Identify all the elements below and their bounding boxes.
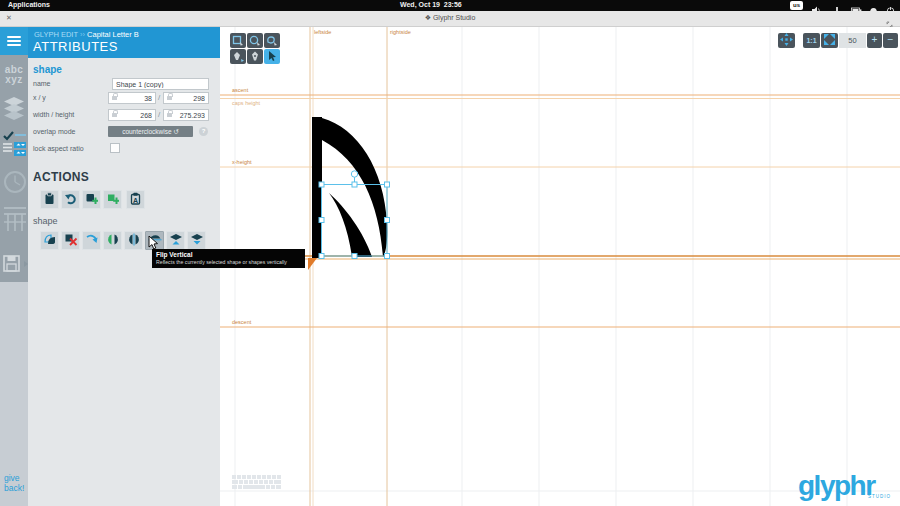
pan-tool-button[interactable] [778, 33, 795, 48]
wh-field-label: width / height [33, 111, 74, 118]
history-clock-icon[interactable] [3, 169, 27, 199]
xy-slash: / [158, 93, 160, 102]
shape-select-tool-button[interactable] [264, 49, 280, 64]
system-clock[interactable]: Wed, Oct 19 23:56 [400, 1, 462, 8]
shape-actions-section-heading: shape [33, 216, 58, 226]
keyboard-layout-indicator[interactable]: us [790, 1, 803, 10]
undo-button[interactable] [61, 190, 80, 209]
get-shapes-icon: A [129, 191, 142, 209]
add-shape-icon [85, 191, 98, 209]
copy-shape-button[interactable] [40, 231, 59, 250]
flip-horizontal-icon [106, 232, 120, 250]
glyph-edit-attributes-icon[interactable] [3, 131, 27, 165]
window-titlebar: ✕ ❖ Glyphr Studio [0, 11, 900, 27]
move-shape-down-icon [190, 232, 204, 250]
panel-header: GLYPH EDIT ›› Capital Letter B ATTRIBUTE… [28, 27, 220, 58]
battery-icon[interactable] [851, 1, 861, 10]
add-shape-button[interactable] [82, 190, 101, 209]
keyboard-hint-icon [232, 475, 281, 489]
layers-icon[interactable] [3, 97, 25, 125]
arrow-cursor-icon [266, 48, 278, 66]
lock-icon[interactable] [167, 113, 172, 117]
zoom-1to1-label: 1:1 [806, 37, 816, 44]
new-oval-tool-button[interactable] [247, 33, 263, 48]
tooltip-title: Flip Vertical [156, 251, 301, 258]
zoom-fit-button[interactable] [821, 33, 838, 48]
zoom-out-button[interactable]: − [883, 33, 898, 48]
zoom-1to1-button[interactable]: 1:1 [803, 33, 820, 48]
svg-text:A: A [133, 196, 138, 203]
guide-label-x-height: x-height [232, 159, 252, 165]
move-shape-up-button[interactable] [166, 231, 185, 250]
glyphr-studio-logo-sub: STUDIO [868, 494, 891, 499]
save-icon[interactable] [3, 255, 29, 277]
pen-tool-button[interactable] [247, 49, 263, 64]
shape-x-input[interactable] [119, 95, 152, 102]
shape-width-field [108, 109, 156, 121]
shape-section-heading: shape [33, 64, 62, 75]
help-icon[interactable]: ? [199, 127, 208, 136]
delete-shape-button[interactable] [61, 231, 80, 250]
nav-rail: abcxyz [0, 27, 28, 506]
guide-label-descent: descent [232, 319, 252, 325]
breadcrumb[interactable]: GLYPH EDIT ›› Capital Letter B [34, 30, 139, 39]
lock-icon[interactable] [112, 96, 117, 100]
edit-canvas[interactable]: ascent caps height x-height descent left… [220, 27, 900, 506]
new-rectangle-tool-button[interactable] [230, 33, 246, 48]
current-glyph-name: Capital Letter B [87, 30, 139, 39]
lock-icon[interactable] [112, 113, 117, 117]
pen-icon [249, 48, 261, 66]
shape-y-input[interactable] [174, 95, 205, 102]
network-icon[interactable] [833, 1, 843, 10]
shape-width-input[interactable] [119, 112, 152, 119]
rotate-shape-button[interactable] [82, 231, 101, 250]
flip-horizontal-button[interactable] [103, 231, 122, 250]
add-component-icon [106, 191, 119, 209]
volume-icon[interactable] [812, 1, 822, 10]
applications-menu[interactable]: Applications [8, 1, 50, 8]
paste-shape-button[interactable] [40, 190, 59, 209]
xy-field-label: x / y [33, 94, 46, 101]
kerning-table-icon[interactable] [3, 205, 27, 237]
flip-horizontal-alt-button[interactable] [124, 231, 143, 250]
overlap-mode-button[interactable]: counterclockwise ↺ [108, 126, 193, 137]
delete-shape-icon [64, 232, 78, 250]
rotate-handle[interactable] [351, 171, 357, 177]
get-shapes-button[interactable]: A [126, 190, 145, 209]
zoom-level-value[interactable]: 50 [839, 33, 866, 48]
add-component-button[interactable] [103, 190, 122, 209]
notifications-bell-icon[interactable] [869, 1, 879, 10]
flip-horizontal-alt-icon [127, 232, 141, 250]
guide-label-leftside: leftside [314, 29, 331, 35]
name-field-label: name [33, 80, 51, 87]
actions-section-heading: ACTIONS [33, 170, 89, 184]
canvas-drawing: ascent caps height x-height descent left… [220, 27, 900, 506]
zoom-in-button[interactable]: + [867, 33, 882, 48]
nav-glyph-chooser-button[interactable]: abcxyz [0, 65, 28, 85]
app-diamond-icon: ❖ [425, 14, 431, 21]
shape-x-field [108, 92, 156, 104]
give-back-link[interactable]: give back! [4, 473, 24, 493]
guide-label-rightside: rightside [390, 29, 411, 35]
overlap-mode-label: overlap mode [33, 128, 75, 135]
path-edit-tool-button[interactable] [230, 49, 246, 64]
lock-aspect-ratio-checkbox[interactable] [110, 143, 120, 153]
shape-name-input[interactable] [116, 81, 205, 88]
path-edit-icon [232, 48, 244, 66]
tooltip-body: Reflects the currently selected shape or… [156, 259, 301, 265]
shape-height-input[interactable] [174, 112, 205, 119]
new-path-tool-button[interactable] [264, 33, 280, 48]
move-shape-down-button[interactable] [187, 231, 206, 250]
lock-aspect-ratio-label: lock aspect ratio [33, 145, 84, 152]
mouse-cursor-icon [148, 236, 160, 255]
flip-vertical-tooltip: Flip Vertical Reflects the currently sel… [152, 249, 305, 268]
hamburger-icon [7, 36, 21, 38]
rotate-shape-icon [85, 232, 99, 250]
panel-title: ATTRIBUTES [33, 39, 118, 54]
pan-arrows-icon [780, 32, 793, 50]
glyphr-studio-logo: glyphr [798, 470, 875, 502]
lock-icon[interactable] [167, 96, 172, 100]
power-icon[interactable] [886, 1, 896, 10]
move-shape-up-icon [169, 232, 183, 250]
main-menu-button[interactable] [0, 27, 28, 55]
